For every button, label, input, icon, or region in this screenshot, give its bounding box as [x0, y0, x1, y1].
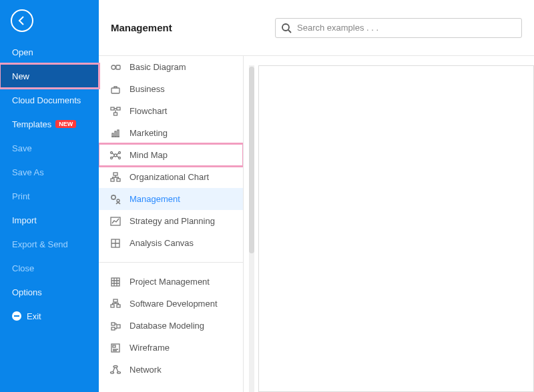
sidebar-item-label: New: [12, 71, 29, 81]
svg-rect-9: [117, 130, 119, 137]
svg-rect-4: [111, 107, 114, 110]
category-label: Business: [129, 84, 165, 94]
main-area: Management Basic DiagramBusinessFlowchar…: [99, 0, 534, 392]
category-analysis-canvas[interactable]: Analysis Canvas: [99, 232, 243, 254]
category-label: Basic Diagram: [129, 62, 186, 72]
svg-rect-24: [111, 305, 114, 307]
grid2-icon: [109, 237, 121, 249]
barchart-icon: [109, 127, 121, 139]
svg-rect-26: [111, 323, 115, 325]
new-badge: NEW: [55, 120, 76, 128]
category-project-management[interactable]: Project Management: [99, 271, 243, 293]
search-box[interactable]: [275, 18, 522, 38]
sidebar-item-label: Import: [12, 215, 37, 225]
sidebar-item-cloud-documents[interactable]: Cloud Documents: [0, 88, 99, 112]
arrow-left-icon: [16, 15, 28, 27]
sidebar-item-save-as[interactable]: Save As: [0, 160, 99, 184]
category-flowchart[interactable]: Flowchart: [99, 100, 243, 122]
wireframe-icon: [109, 342, 121, 354]
category-mind-map[interactable]: Mind Map: [99, 144, 243, 166]
sidebar-item-label: Export & Send: [12, 239, 68, 249]
preview-card[interactable]: [258, 65, 534, 392]
org-icon: [109, 171, 121, 183]
search-input[interactable]: [297, 23, 516, 33]
sidebar-item-label: Templates: [12, 119, 51, 129]
svg-point-10: [114, 154, 117, 157]
svg-rect-25: [117, 305, 120, 307]
linechart-icon: [109, 215, 121, 227]
category-label: Software Development: [129, 299, 218, 309]
category-label: Organizational Chart: [129, 172, 209, 182]
svg-point-31: [113, 365, 117, 367]
sidebar-item-label: Cloud Documents: [12, 95, 81, 105]
category-label: Flowchart: [129, 106, 167, 116]
category-label: Management: [129, 194, 180, 204]
sidebar-item-import[interactable]: Import: [0, 208, 99, 232]
sidebar-item-options[interactable]: Options: [0, 280, 99, 304]
sidebar-item-templates[interactable]: TemplatesNEW: [0, 112, 99, 136]
svg-rect-3: [111, 88, 119, 93]
category-organizational-chart[interactable]: Organizational Chart: [99, 166, 243, 188]
sidebar-item-exit[interactable]: Exit: [0, 304, 99, 328]
svg-rect-15: [113, 173, 117, 175]
category-database-modeling[interactable]: Database Modeling: [99, 315, 243, 337]
sidebar-item-save[interactable]: Save: [0, 136, 99, 160]
database-icon: [109, 320, 121, 332]
category-label: Wireframe: [129, 343, 170, 353]
category-list: Basic DiagramBusinessFlowchartMarketingM…: [99, 56, 244, 392]
grid4-icon: [109, 276, 121, 288]
category-label: Database Modeling: [129, 321, 204, 331]
svg-rect-8: [115, 131, 116, 137]
category-network[interactable]: Network: [99, 359, 243, 381]
preview-scrollbar-thumb[interactable]: [249, 67, 254, 253]
sidebar-item-open[interactable]: Open: [0, 40, 99, 64]
sidebar-item-close[interactable]: Close: [0, 256, 99, 280]
back-button[interactable]: [11, 9, 33, 32]
category-strategy-and-planning[interactable]: Strategy and Planning: [99, 210, 243, 232]
sidebar-item-label: Options: [12, 287, 42, 297]
svg-rect-23: [113, 299, 117, 302]
svg-point-33: [117, 371, 121, 373]
svg-rect-28: [117, 325, 120, 328]
gearuser-icon: [109, 193, 121, 205]
svg-rect-6: [114, 113, 117, 115]
flowchart-icon: [109, 105, 121, 117]
sidebar-item-new[interactable]: New: [0, 64, 99, 88]
sidebar: OpenNewCloud DocumentsTemplatesNEWSaveSa…: [0, 0, 99, 392]
category-label: Analysis Canvas: [129, 238, 194, 248]
exit-icon: [12, 311, 21, 321]
network-icon: [109, 364, 121, 376]
sidebar-item-label: Close: [12, 263, 34, 273]
sidebar-item-export-send[interactable]: Export & Send: [0, 232, 99, 256]
svg-point-32: [111, 371, 114, 373]
software-icon: [109, 298, 121, 310]
sidebar-item-label: Exit: [27, 311, 41, 321]
category-business[interactable]: Business: [99, 78, 243, 100]
category-basic-diagram[interactable]: Basic Diagram: [99, 56, 243, 78]
mindmap-icon: [109, 149, 121, 161]
content: Basic DiagramBusinessFlowchartMarketingM…: [99, 56, 534, 392]
svg-point-19: [117, 199, 119, 202]
page-title: Management: [111, 22, 172, 33]
category-wireframe[interactable]: Wireframe: [99, 337, 243, 359]
svg-rect-16: [111, 179, 114, 181]
preview-scrollbar[interactable]: [249, 65, 254, 392]
category-marketing[interactable]: Marketing: [99, 122, 243, 144]
search-icon: [281, 23, 292, 33]
category-label: Project Management: [129, 277, 210, 287]
sidebar-item-label: Save: [12, 143, 32, 153]
briefcase-icon: [109, 83, 121, 95]
sidebar-item-label: Print: [12, 191, 30, 201]
category-management[interactable]: Management: [99, 188, 243, 210]
svg-rect-5: [117, 107, 120, 110]
category-label: Mind Map: [129, 150, 168, 160]
category-label: Marketing: [129, 128, 168, 138]
category-software-development[interactable]: Software Development: [99, 293, 243, 315]
sidebar-item-print[interactable]: Print: [0, 184, 99, 208]
svg-rect-2: [116, 65, 120, 69]
header: Management: [99, 0, 534, 56]
sidebar-item-label: Open: [12, 47, 33, 57]
category-divider: [99, 262, 243, 263]
svg-rect-17: [117, 179, 120, 181]
svg-rect-30: [113, 345, 115, 347]
